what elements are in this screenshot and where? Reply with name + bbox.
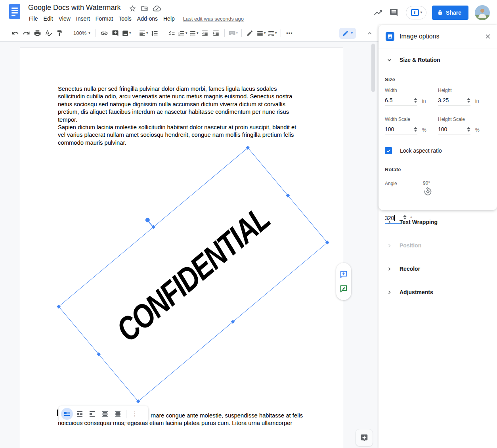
document-activity-icon[interactable] [370,5,386,21]
increase-indent-icon[interactable] [210,28,222,39]
height-field[interactable] [438,94,470,105]
lock-icon [438,10,443,15]
height-scale-unit: % [475,127,480,133]
front-text-icon[interactable] [112,408,124,420]
panel-title: Image options [400,33,484,40]
margin-comment-pill [336,263,351,300]
height-scale-spinner-icon[interactable] [467,127,470,134]
behind-text-icon[interactable] [99,408,111,420]
width-scale-spinner-icon[interactable] [414,127,417,134]
menu-insert[interactable]: Insert [73,14,93,23]
menu-tools[interactable]: Tools [116,14,134,23]
menu-edit[interactable]: Edit [41,14,56,23]
section-adjustments[interactable]: Adjustments [378,283,497,302]
editing-pencil-icon [342,30,349,36]
image-options-icon [386,32,394,41]
width-input[interactable] [385,97,407,105]
hide-menus-icon[interactable] [364,28,375,39]
rotate-label: Rotate [385,167,401,172]
height-scale-field[interactable] [438,123,470,134]
lock-aspect-label[interactable]: Lock aspect ratio [400,147,442,154]
menu-file[interactable]: File [26,14,41,23]
height-scale-input[interactable] [438,126,460,134]
check-icon [386,148,391,153]
chevron-right-icon [386,219,392,225]
move-folder-icon[interactable] [141,5,148,12]
document-title[interactable]: Google Docs with Watermark [28,4,120,12]
star-icon[interactable] [129,5,136,12]
share-button[interactable]: Share [432,6,468,20]
bulleted-caret-icon: ▾ [197,31,199,35]
last-edit-link[interactable]: Last edit was seconds ago [183,16,244,22]
wrap-inline-icon[interactable] [61,408,73,420]
zoom-select[interactable]: 100%▾ [71,30,93,36]
border-weight-caret-icon: ▾ [264,31,266,35]
menu-addons[interactable]: Add-ons [134,14,161,23]
suggest-edit-icon[interactable] [339,284,348,293]
spellcheck-icon[interactable] [43,28,54,39]
lock-aspect-checkbox[interactable] [385,147,392,154]
close-panel-icon[interactable] [484,33,491,40]
numbered-list-icon[interactable]: ▾ [177,28,188,39]
section-size-rotation[interactable]: Size & Rotation [386,57,440,63]
present-button[interactable]: ▾ [406,6,427,19]
height-scale-label: Height Scale [438,117,465,122]
add-comment-icon[interactable] [110,28,121,39]
google-docs-logo-icon[interactable] [9,4,20,19]
align-icon[interactable]: ▾ [138,28,149,39]
comments-icon[interactable] [386,5,402,21]
cloud-saved-icon[interactable] [153,4,161,13]
wrap-more-icon[interactable]: ⋮ [129,408,141,420]
line-spacing-icon[interactable] [149,28,160,39]
section-recolor[interactable]: Recolor [378,259,497,278]
size-label: Size [385,77,395,82]
menu-view[interactable]: View [56,14,73,23]
width-spinner-icon[interactable] [414,98,417,105]
position-label: Position [400,242,421,249]
add-comment-margin-icon[interactable] [339,270,348,279]
width-scale-input[interactable] [385,126,407,134]
chevron-right-icon [386,243,392,249]
explore-button[interactable] [356,429,373,446]
break-text-icon[interactable] [86,408,98,420]
more-options-icon[interactable]: ⋯ [284,28,295,39]
section-text-wrapping[interactable]: Text Wrapping [378,213,497,232]
insert-image-icon[interactable]: ▾ [121,28,132,39]
bottom-text-line-1[interactable]: rnare congue ante molestie, suspendisse … [151,412,303,419]
height-input[interactable] [438,97,460,105]
paragraph-2[interactable]: Sapien dictum lacinia molestie sollicitu… [58,124,305,147]
document-scrollbar[interactable] [371,44,375,92]
input-tools-caret-icon: ▾ [236,31,238,35]
insert-link-icon[interactable] [99,28,110,39]
width-scale-field[interactable] [385,123,417,134]
align-caret-icon: ▾ [146,31,148,35]
menu-format[interactable]: Format [93,14,116,23]
zoom-value: 100% [73,30,86,36]
width-field[interactable] [385,94,417,105]
wrap-text-icon[interactable] [74,408,86,420]
menu-help[interactable]: Help [161,14,178,23]
zoom-caret-icon: ▾ [88,31,90,35]
input-tools-icon[interactable]: ▾ [227,28,239,39]
bulleted-list-icon[interactable]: ▾ [188,28,199,39]
user-avatar[interactable] [475,5,490,20]
print-icon[interactable] [32,28,43,39]
rotate-90-icon[interactable] [423,187,433,197]
paint-format-icon[interactable] [54,28,65,39]
share-label: Share [446,10,461,16]
paragraph-1[interactable]: Senectus nulla per sed fringilla pulvina… [58,85,305,124]
undo-icon[interactable] [10,28,21,39]
checklist-icon[interactable] [166,28,177,39]
editing-mode-button[interactable]: ▾ [339,28,356,39]
border-weight-icon[interactable]: ▾ [256,28,267,39]
size-rotation-card: Image options Size & Rotation Size Width… [378,25,497,210]
border-dash-icon[interactable]: ▾ [267,28,278,39]
app-header: Google Docs with Watermark File Edit Vie… [0,0,497,25]
height-spinner-icon[interactable] [467,98,470,105]
rotate90-label: 90° [423,180,430,186]
redo-icon[interactable] [21,28,32,39]
chevron-down-icon [386,57,392,63]
border-color-icon[interactable] [245,28,256,39]
decrease-indent-icon[interactable] [199,28,210,39]
height-unit: in [475,98,479,104]
